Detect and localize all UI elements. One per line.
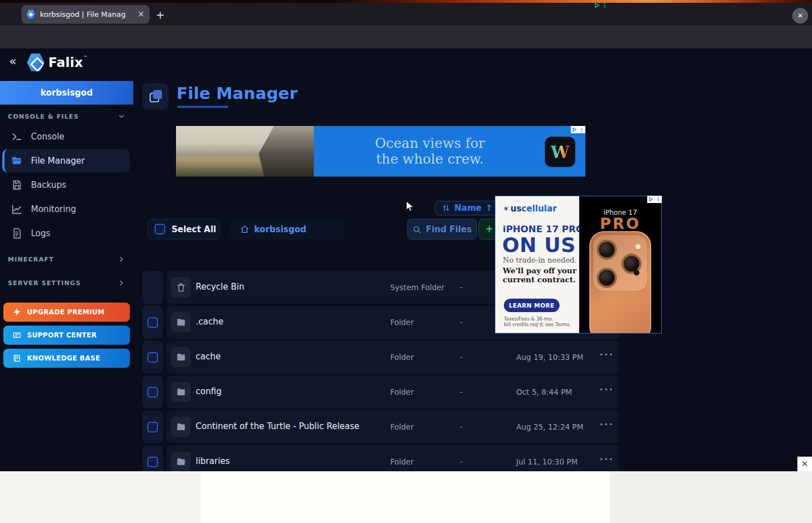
tab-title: korbsisgod | File Manag: [40, 10, 133, 19]
file-name: Continent of the Turtle - Public Release: [196, 421, 359, 431]
section-server-settings[interactable]: SERVER SETTINGS: [8, 279, 125, 287]
ad-close-button[interactable]: ✕: [797, 457, 812, 471]
file-text-icon: [11, 228, 22, 239]
server-name-button[interactable]: korbsisgod: [0, 81, 133, 105]
file-size: -: [460, 422, 463, 431]
banner-ad[interactable]: Ocean views for the whole crew. W: [176, 126, 585, 177]
ad-options-dots-icon: [579, 127, 584, 132]
trash-icon: [176, 282, 186, 292]
row-checkbox[interactable]: [147, 317, 158, 328]
folder-icon: [176, 422, 186, 432]
adchoices-badge[interactable]: [647, 196, 662, 203]
chevron-down-icon: [118, 112, 125, 120]
title-underline: [177, 106, 228, 108]
folder-icon: [176, 352, 186, 362]
row-menu-button[interactable]: •••: [599, 421, 613, 428]
learn-more-button[interactable]: LEARN MORE: [504, 299, 560, 312]
row-checkbox-cell[interactable]: [142, 306, 163, 339]
folder-icon: [176, 317, 186, 327]
browser-tab[interactable]: korbsisgod | File Manag ×: [21, 5, 150, 24]
file-icon-tile: [171, 347, 191, 367]
file-size: -: [460, 457, 463, 466]
file-icon-tile: [171, 452, 191, 472]
section-minecraft[interactable]: MINECRAFT: [8, 255, 125, 263]
page-icon-tile: [142, 83, 169, 110]
sidebar-nav-item[interactable]: Logs: [4, 222, 130, 245]
file-type: Folder: [390, 318, 414, 327]
file-icon-tile: [171, 312, 191, 332]
file-row[interactable]: Continent of the Turtle - Public Release…: [166, 411, 619, 443]
adchoices-badge[interactable]: [594, 2, 608, 8]
sidebar-nav-item[interactable]: Monitoring: [4, 197, 130, 221]
ad-body-1: No trade-in needed.: [503, 256, 577, 264]
file-row[interactable]: config Folder - Oct 5, 8:44 PM •••: [166, 376, 619, 408]
select-all-control[interactable]: Select All: [147, 219, 220, 240]
sort-updown-icon: [441, 204, 450, 213]
select-all-checkbox[interactable]: [155, 224, 165, 235]
section-console-files[interactable]: CONSOLE & FILES: [8, 112, 125, 120]
falix-logo[interactable]: Falix™: [27, 53, 88, 72]
row-checkbox[interactable]: [147, 422, 158, 432]
file-size: -: [460, 353, 463, 362]
iphone-ad-image: iPhone 17 PRO: [579, 196, 661, 333]
file-date: Oct 5, 8:44 PM: [516, 387, 572, 396]
chart-icon: [11, 204, 22, 215]
adchoices-icon: [594, 2, 600, 8]
file-row[interactable]: cache Folder - Aug 19, 10:33 PM •••: [166, 341, 619, 373]
file-icon-tile: [171, 417, 191, 437]
breadcrumb[interactable]: korbsisgod: [230, 219, 344, 240]
sidebar-nav-item[interactable]: File Manager: [2, 149, 130, 173]
sidebar-display-ad[interactable]: ✶uscellular iPHONE 17 PRO ON US No trade…: [495, 196, 662, 333]
adchoices-badge[interactable]: [571, 126, 585, 133]
save-icon: [11, 179, 22, 191]
file-type: Folder: [390, 457, 414, 466]
ad-options-dots-icon: [602, 2, 608, 8]
sidebar-nav-item[interactable]: Backups: [4, 173, 130, 197]
row-checkbox[interactable]: [147, 457, 158, 467]
chevron-right-icon: [118, 255, 125, 263]
find-files-button[interactable]: Find Files: [407, 219, 477, 240]
file-icon-tile: [171, 277, 191, 297]
breadcrumb-root[interactable]: korbsisgod: [254, 224, 306, 235]
row-checkbox-cell[interactable]: [142, 376, 163, 408]
promo-button[interactable]: UPGRADE PREMIUM: [3, 303, 130, 322]
row-checkbox[interactable]: [147, 387, 158, 398]
sidebar-nav-item[interactable]: Console: [4, 125, 130, 148]
promo-button[interactable]: SUPPORT CENTER: [3, 326, 130, 345]
sidebar-item-label: Backups: [31, 180, 66, 190]
promo-label: SUPPORT CENTER: [27, 331, 97, 339]
promo-button[interactable]: KNOWLEDGE BASE: [3, 349, 130, 368]
sidebar-collapse-button[interactable]: «: [9, 55, 16, 67]
row-checkbox-cell[interactable]: [142, 341, 163, 373]
sort-by-name[interactable]: Name ↑: [435, 201, 499, 215]
folder-icon: [176, 457, 186, 467]
row-menu-button[interactable]: •••: [599, 351, 613, 358]
promo-label: KNOWLEDGE BASE: [27, 354, 100, 362]
sidebar-item-label: Console: [31, 132, 65, 142]
file-type: System Folder: [390, 283, 444, 292]
tab-close-button[interactable]: ×: [137, 10, 145, 19]
ad-options-dots-icon: [656, 197, 661, 202]
page-title: File Manager: [177, 84, 297, 103]
main-content: File Manager Ocean views for the whole c…: [133, 48, 812, 523]
falix-app: « Falix™ korbsisgod CONSOLE & FILES Cons…: [0, 48, 812, 523]
row-checkbox-cell[interactable]: [142, 271, 163, 304]
bottom-ad-content[interactable]: [201, 471, 610, 523]
row-checkbox[interactable]: [147, 352, 158, 363]
brand-name: Falix™: [48, 55, 88, 70]
chevron-right-icon: [118, 279, 125, 287]
bottom-ad-strip[interactable]: [0, 471, 812, 523]
row-checkbox-cell[interactable]: [142, 411, 163, 443]
search-icon: [412, 225, 421, 234]
sidebar: « Falix™ korbsisgod CONSOLE & FILES Cons…: [0, 48, 133, 523]
table-row: config Folder - Oct 5, 8:44 PM •••: [142, 376, 619, 408]
window-close-button[interactable]: ✕: [792, 8, 808, 24]
book-icon: [12, 354, 21, 363]
row-menu-button[interactable]: •••: [599, 456, 613, 463]
file-date: Jul 11, 10:30 PM: [516, 457, 578, 466]
new-tab-button[interactable]: +: [153, 7, 168, 22]
adchoices-icon: [572, 127, 577, 132]
row-menu-button[interactable]: •••: [599, 386, 613, 393]
sidebar-item-label: Logs: [31, 228, 51, 238]
file-type: Folder: [390, 387, 414, 396]
